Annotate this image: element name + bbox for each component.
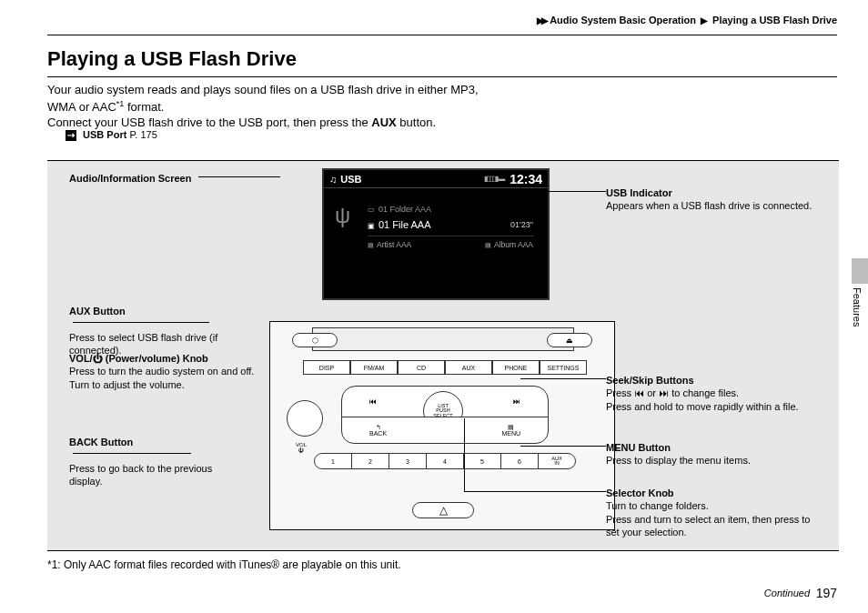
callout-heading: BACK Button xyxy=(69,437,133,447)
leader-line xyxy=(464,418,465,491)
text: MENU xyxy=(501,430,520,437)
aux-button: AUX xyxy=(445,360,492,375)
file-icon: ▣ xyxy=(368,222,375,230)
divider xyxy=(47,35,837,35)
settings-button: SETTINGS xyxy=(540,360,587,375)
callout-heading: Selector Knob xyxy=(606,487,674,498)
text: BACK xyxy=(369,430,387,437)
text: IN xyxy=(554,461,560,466)
prev-track-icon: ⏮ xyxy=(369,397,377,406)
text: WMA or AAC xyxy=(47,100,116,114)
breadcrumb: ▶▶ Audio System Basic Operation ▶ Playin… xyxy=(537,15,837,25)
leader-line xyxy=(73,322,209,327)
leader-line xyxy=(464,491,606,492)
chevron-icon: ▶ xyxy=(701,15,708,25)
callout-aux: AUX Button Press to select USB flash dri… xyxy=(69,305,251,357)
volume-label: VOL ⏻ xyxy=(296,442,307,453)
elapsed-time: 01'23" xyxy=(510,220,533,229)
page-number: 197 xyxy=(816,586,837,600)
breadcrumb-topic: Playing a USB Flash Drive xyxy=(712,15,837,25)
back-button: ↰ BACK xyxy=(369,424,387,437)
footnote: *1: Only AAC format files recorded with … xyxy=(47,558,401,571)
phone-button: PHONE xyxy=(492,360,540,375)
text: Connect your USB flash drive to the USB … xyxy=(47,116,371,129)
menu-icon: ▤ xyxy=(508,424,514,430)
album-label: Album AAA xyxy=(494,240,533,249)
preset-4: 4 xyxy=(427,454,464,468)
callout-body: Turn to change folders. xyxy=(606,500,709,511)
leader-line xyxy=(520,446,606,447)
next-track-icon: ⏭ xyxy=(513,397,520,406)
callout-heading: Seek/Skip Buttons xyxy=(606,375,694,386)
stereo-diagram: ⬡ ⏏ DISP FM/AM CD AUX PHONE SETTINGS ⏮ ⏭… xyxy=(269,321,615,530)
preset-1: 1 xyxy=(315,454,352,468)
text: button. xyxy=(397,116,436,129)
breadcrumb-section: Audio System Basic Operation xyxy=(550,15,696,25)
callout-vol: VOL/⏻ (Power/volume) Knob Press to turn … xyxy=(69,352,260,391)
source-label: USB xyxy=(340,174,361,185)
xref-icon: ⇢ xyxy=(66,130,76,141)
preset-5: 5 xyxy=(464,454,501,468)
callout-body: Appears when a USB flash drive is connec… xyxy=(606,200,812,211)
hazard-button: △ xyxy=(412,502,474,518)
continued-label: Continued xyxy=(764,588,810,598)
album-icon xyxy=(485,240,494,249)
callout-back: BACK Button Press to go back to the prev… xyxy=(69,436,242,487)
callout-body: Press and turn to select an item, then p… xyxy=(606,514,810,538)
back-icon: ↰ xyxy=(376,424,381,430)
folder-icon xyxy=(368,205,378,214)
chevrons-icon: ▶▶ xyxy=(537,15,546,25)
text: (Power/volume) Knob xyxy=(103,353,208,364)
clock: 12:34 xyxy=(510,172,542,186)
xref-label: USB Port xyxy=(83,129,126,140)
next-track-icon: ⏭ xyxy=(659,387,669,398)
eject-button: ⏏ xyxy=(547,333,592,347)
file-name: 01 File AAA xyxy=(378,219,430,230)
audio-screen: ♫ USB ▮▯▯▯▮▬ 12:34 ψ 01 Folder AAA ▣01 F… xyxy=(322,168,550,300)
knob-button: ⬡ xyxy=(292,333,338,347)
leader-line xyxy=(198,176,280,182)
callout-heading: AUX Button xyxy=(69,306,126,317)
text: or xyxy=(644,387,659,398)
usb-icon: ψ xyxy=(335,203,350,228)
leader-line xyxy=(520,378,606,379)
text-bold: AUX xyxy=(371,116,396,129)
callout-heading: MENU Button xyxy=(606,442,671,453)
power-icon: ⏻ xyxy=(93,353,103,364)
prev-track-icon: ⏮ xyxy=(634,387,644,398)
intro-paragraph: Your audio system reads and plays sound … xyxy=(47,82,795,131)
side-tab: Features xyxy=(852,287,863,327)
divider xyxy=(47,76,837,77)
fmam-button: FM/AM xyxy=(350,360,398,375)
cross-reference[interactable]: ⇢ USB Port P. 175 xyxy=(66,129,157,141)
figure-container: ♫ USB ▮▯▯▯▮▬ 12:34 ψ 01 Folder AAA ▣01 F… xyxy=(47,160,839,551)
preset-3: 3 xyxy=(389,454,427,468)
side-tab-marker xyxy=(852,258,868,284)
mode-row: DISP FM/AM CD AUX PHONE SETTINGS xyxy=(303,360,587,375)
callout-body: Press to turn the audio system on and of… xyxy=(69,366,254,377)
callout-menu: MENU Button Press to display the menu it… xyxy=(606,441,815,467)
callout-heading: Audio/Information Screen xyxy=(69,173,191,184)
callout-selector: Selector Knob Turn to change folders. Pr… xyxy=(606,487,824,538)
disp-button: DISP xyxy=(303,360,350,375)
music-note-icon: ♫ xyxy=(329,174,337,185)
cd-button: CD xyxy=(398,360,445,375)
page-title: Playing a USB Flash Drive xyxy=(47,47,297,71)
preset-2: 2 xyxy=(352,454,389,468)
callout-heading: USB Indicator xyxy=(606,187,672,198)
folder-name: 01 Folder AAA xyxy=(378,205,431,214)
text: Your audio system reads and plays sound … xyxy=(47,83,479,96)
text: format. xyxy=(124,100,164,114)
text: Press xyxy=(606,387,634,398)
menu-button: ▤ MENU xyxy=(501,424,520,437)
text: VOL/ xyxy=(69,353,93,364)
volume-knob xyxy=(287,400,323,437)
callout-body: Press to display the menu items. xyxy=(606,455,751,466)
preset-row: 1 2 3 4 5 6 AUX IN xyxy=(314,453,576,469)
aux-in-jack: AUX IN xyxy=(539,454,575,468)
xref-page: P. 175 xyxy=(129,129,156,140)
callout-usb-indicator: USB Indicator Appears when a USB flash d… xyxy=(606,186,815,213)
artist-icon xyxy=(368,240,377,249)
callout-body: Press to go back to the previous display… xyxy=(69,463,212,487)
callout-seek: Seek/Skip Buttons Press ⏮ or ⏭ to change… xyxy=(606,374,820,413)
